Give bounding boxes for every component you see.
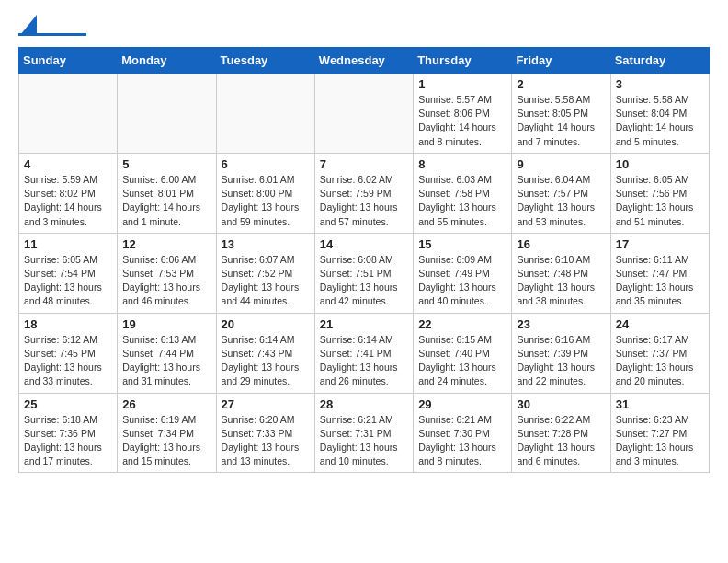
day-cell: 15Sunrise: 6:09 AM Sunset: 7:49 PM Dayli… [414, 233, 512, 313]
day-number: 13 [222, 237, 310, 251]
day-info: Sunrise: 6:12 AM Sunset: 7:45 PM Dayligh… [24, 333, 112, 389]
day-info: Sunrise: 6:20 AM Sunset: 7:33 PM Dayligh… [222, 413, 310, 469]
day-cell: 4Sunrise: 5:59 AM Sunset: 8:02 PM Daylig… [19, 153, 118, 233]
day-info: Sunrise: 6:05 AM Sunset: 7:56 PM Dayligh… [616, 173, 704, 229]
day-info: Sunrise: 6:13 AM Sunset: 7:44 PM Dayligh… [122, 333, 210, 389]
day-number: 20 [222, 317, 310, 331]
header-thursday: Thursday [414, 48, 512, 74]
day-cell: 16Sunrise: 6:10 AM Sunset: 7:48 PM Dayli… [512, 233, 610, 313]
day-cell: 17Sunrise: 6:11 AM Sunset: 7:47 PM Dayli… [610, 233, 709, 313]
day-info: Sunrise: 5:59 AM Sunset: 8:02 PM Dayligh… [24, 173, 112, 229]
header-wednesday: Wednesday [314, 48, 413, 74]
day-cell: 10Sunrise: 6:05 AM Sunset: 7:56 PM Dayli… [610, 153, 709, 233]
day-info: Sunrise: 5:57 AM Sunset: 8:06 PM Dayligh… [418, 93, 506, 149]
header-row: SundayMondayTuesdayWednesdayThursdayFrid… [19, 48, 710, 74]
day-cell: 18Sunrise: 6:12 AM Sunset: 7:45 PM Dayli… [19, 313, 118, 393]
day-info: Sunrise: 6:05 AM Sunset: 7:54 PM Dayligh… [24, 253, 112, 309]
day-cell: 9Sunrise: 6:04 AM Sunset: 7:57 PM Daylig… [512, 153, 610, 233]
day-info: Sunrise: 6:15 AM Sunset: 7:40 PM Dayligh… [418, 333, 506, 389]
day-number: 23 [517, 317, 605, 331]
day-number: 3 [616, 77, 704, 91]
day-number: 11 [24, 237, 112, 251]
day-cell: 8Sunrise: 6:03 AM Sunset: 7:58 PM Daylig… [414, 153, 512, 233]
header-tuesday: Tuesday [216, 48, 314, 74]
day-cell: 27Sunrise: 6:20 AM Sunset: 7:33 PM Dayli… [216, 393, 314, 473]
day-number: 4 [24, 157, 112, 171]
header-saturday: Saturday [610, 48, 709, 74]
day-cell [314, 74, 413, 154]
day-info: Sunrise: 6:04 AM Sunset: 7:57 PM Dayligh… [517, 173, 605, 229]
day-number: 24 [616, 317, 704, 331]
week-row-2: 4Sunrise: 5:59 AM Sunset: 8:02 PM Daylig… [19, 153, 710, 233]
day-cell: 24Sunrise: 6:17 AM Sunset: 7:37 PM Dayli… [610, 313, 709, 393]
day-info: Sunrise: 6:19 AM Sunset: 7:34 PM Dayligh… [122, 413, 210, 469]
day-number: 28 [320, 397, 408, 411]
logo-underline [18, 33, 86, 36]
day-cell: 11Sunrise: 6:05 AM Sunset: 7:54 PM Dayli… [19, 233, 118, 313]
day-number: 14 [320, 237, 408, 251]
day-number: 15 [418, 237, 506, 251]
day-number: 31 [616, 397, 704, 411]
day-info: Sunrise: 6:02 AM Sunset: 7:59 PM Dayligh… [320, 173, 408, 229]
day-cell: 14Sunrise: 6:08 AM Sunset: 7:51 PM Dayli… [314, 233, 413, 313]
day-info: Sunrise: 6:07 AM Sunset: 7:52 PM Dayligh… [222, 253, 310, 309]
day-number: 21 [320, 317, 408, 331]
page: SundayMondayTuesdayWednesdayThursdayFrid… [0, 0, 728, 488]
day-number: 12 [122, 237, 210, 251]
day-cell: 28Sunrise: 6:21 AM Sunset: 7:31 PM Dayli… [314, 393, 413, 473]
day-info: Sunrise: 6:21 AM Sunset: 7:30 PM Dayligh… [418, 413, 506, 469]
day-number: 2 [517, 77, 605, 91]
day-cell: 13Sunrise: 6:07 AM Sunset: 7:52 PM Dayli… [216, 233, 314, 313]
day-cell: 22Sunrise: 6:15 AM Sunset: 7:40 PM Dayli… [414, 313, 512, 393]
day-cell: 25Sunrise: 6:18 AM Sunset: 7:36 PM Dayli… [19, 393, 118, 473]
week-row-4: 18Sunrise: 6:12 AM Sunset: 7:45 PM Dayli… [19, 313, 710, 393]
day-number: 7 [320, 157, 408, 171]
day-cell: 6Sunrise: 6:01 AM Sunset: 8:00 PM Daylig… [216, 153, 314, 233]
logo-triangle-icon [20, 15, 37, 35]
day-info: Sunrise: 6:16 AM Sunset: 7:39 PM Dayligh… [517, 333, 605, 389]
day-cell: 7Sunrise: 6:02 AM Sunset: 7:59 PM Daylig… [314, 153, 413, 233]
header-friday: Friday [512, 48, 610, 74]
header-monday: Monday [118, 48, 216, 74]
day-info: Sunrise: 6:21 AM Sunset: 7:31 PM Dayligh… [320, 413, 408, 469]
calendar-body: 1Sunrise: 5:57 AM Sunset: 8:06 PM Daylig… [19, 74, 710, 473]
day-number: 26 [122, 397, 210, 411]
day-info: Sunrise: 6:11 AM Sunset: 7:47 PM Dayligh… [616, 253, 704, 309]
day-info: Sunrise: 5:58 AM Sunset: 8:04 PM Dayligh… [616, 93, 704, 149]
day-info: Sunrise: 6:17 AM Sunset: 7:37 PM Dayligh… [616, 333, 704, 389]
day-info: Sunrise: 6:23 AM Sunset: 7:27 PM Dayligh… [616, 413, 704, 469]
day-number: 17 [616, 237, 704, 251]
day-number: 8 [418, 157, 506, 171]
day-info: Sunrise: 6:14 AM Sunset: 7:41 PM Dayligh… [320, 333, 408, 389]
day-number: 22 [418, 317, 506, 331]
day-cell: 26Sunrise: 6:19 AM Sunset: 7:34 PM Dayli… [118, 393, 216, 473]
day-cell [19, 74, 118, 154]
calendar-table: SundayMondayTuesdayWednesdayThursdayFrid… [18, 47, 710, 473]
day-cell: 31Sunrise: 6:23 AM Sunset: 7:27 PM Dayli… [610, 393, 709, 473]
day-number: 29 [418, 397, 506, 411]
day-info: Sunrise: 6:03 AM Sunset: 7:58 PM Dayligh… [418, 173, 506, 229]
day-cell: 12Sunrise: 6:06 AM Sunset: 7:53 PM Dayli… [118, 233, 216, 313]
day-number: 9 [517, 157, 605, 171]
day-info: Sunrise: 6:01 AM Sunset: 8:00 PM Dayligh… [222, 173, 310, 229]
header [18, 15, 710, 36]
header-sunday: Sunday [19, 48, 118, 74]
day-cell: 30Sunrise: 6:22 AM Sunset: 7:28 PM Dayli… [512, 393, 610, 473]
day-cell: 29Sunrise: 6:21 AM Sunset: 7:30 PM Dayli… [414, 393, 512, 473]
week-row-5: 25Sunrise: 6:18 AM Sunset: 7:36 PM Dayli… [19, 393, 710, 473]
week-row-3: 11Sunrise: 6:05 AM Sunset: 7:54 PM Dayli… [19, 233, 710, 313]
day-number: 27 [222, 397, 310, 411]
day-cell: 2Sunrise: 5:58 AM Sunset: 8:05 PM Daylig… [512, 74, 610, 154]
day-cell: 20Sunrise: 6:14 AM Sunset: 7:43 PM Dayli… [216, 313, 314, 393]
day-cell: 21Sunrise: 6:14 AM Sunset: 7:41 PM Dayli… [314, 313, 413, 393]
day-cell: 19Sunrise: 6:13 AM Sunset: 7:44 PM Dayli… [118, 313, 216, 393]
day-cell [118, 74, 216, 154]
day-info: Sunrise: 6:08 AM Sunset: 7:51 PM Dayligh… [320, 253, 408, 309]
day-info: Sunrise: 6:10 AM Sunset: 7:48 PM Dayligh… [517, 253, 605, 309]
day-info: Sunrise: 6:14 AM Sunset: 7:43 PM Dayligh… [222, 333, 310, 389]
day-info: Sunrise: 5:58 AM Sunset: 8:05 PM Dayligh… [517, 93, 605, 149]
day-number: 19 [122, 317, 210, 331]
day-cell: 3Sunrise: 5:58 AM Sunset: 8:04 PM Daylig… [610, 74, 709, 154]
day-info: Sunrise: 6:18 AM Sunset: 7:36 PM Dayligh… [24, 413, 112, 469]
day-info: Sunrise: 6:00 AM Sunset: 8:01 PM Dayligh… [122, 173, 210, 229]
